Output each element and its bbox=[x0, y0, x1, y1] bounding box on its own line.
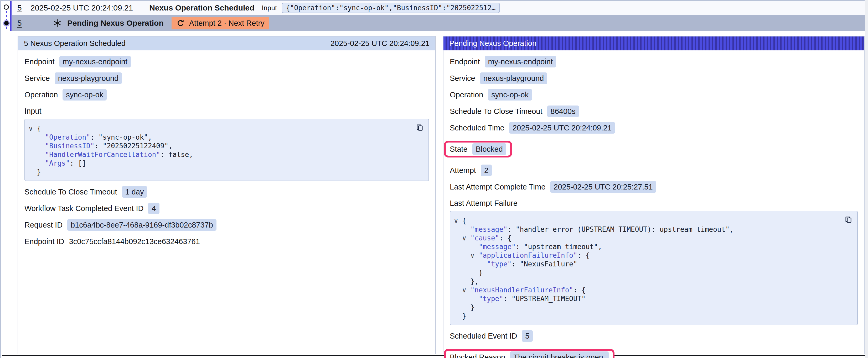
json-collapse-chevron[interactable] bbox=[29, 159, 45, 167]
json-collapse-chevron[interactable] bbox=[454, 225, 470, 233]
json-lines: ∨ { "Operation": "sync-op-ok", "Business… bbox=[29, 124, 412, 176]
blocked-reason-value-badge: The circuit breaker is open. bbox=[510, 352, 609, 358]
json-line[interactable]: } bbox=[454, 268, 840, 277]
pending-operation-panel: Pending Nexus Operation Endpoint my-nexu… bbox=[443, 36, 865, 354]
event-row-pending-nexus-operation[interactable]: 5 Pending Nexus Operation Attempt 2 · Ne… bbox=[12, 15, 865, 31]
json-collapse-chevron[interactable] bbox=[454, 295, 479, 303]
copy-icon[interactable] bbox=[415, 123, 424, 132]
json-line[interactable]: "HandlerWaitForCancellation": false, bbox=[29, 151, 412, 159]
field-value-badge: nexus-playground bbox=[55, 72, 122, 84]
json-line[interactable]: ∨ "nexusHandlerFailureInfo": { bbox=[454, 286, 840, 294]
field-scheduled-event-id: Scheduled Event ID 5 bbox=[450, 330, 858, 342]
scheduled-event-panel: 5 Nexus Operation Scheduled 2025-02-25 U… bbox=[18, 36, 436, 354]
json-line[interactable]: } bbox=[29, 168, 412, 176]
json-key: "nexusHandlerFailureInfo" bbox=[470, 286, 573, 294]
state-highlight-box: State Blocked bbox=[444, 141, 512, 158]
field-value-badge: 4 bbox=[148, 203, 159, 214]
failure-json-viewer: ∨ { "message": "handler error (UPSTREAM_… bbox=[450, 211, 858, 325]
json-line[interactable]: "message": "handler error (UPSTREAM_TIME… bbox=[454, 225, 840, 234]
field-operation: Operation sync-op-ok bbox=[450, 89, 858, 100]
json-line[interactable]: }, bbox=[454, 277, 840, 286]
timeline-dashed-connector bbox=[6, 27, 7, 31]
active-event-group-bar bbox=[10, 1, 11, 31]
json-key: "message" bbox=[470, 225, 507, 233]
json-line[interactable]: "BusinessID": "20250225122409", bbox=[29, 142, 412, 151]
json-line[interactable]: "Operation": "sync-op-ok", bbox=[29, 133, 412, 142]
panel-timestamp: 2025-02-25 UTC 20:24:09.21 bbox=[331, 39, 430, 48]
json-collapse-chevron[interactable]: ∨ bbox=[454, 252, 479, 259]
field-label: Operation bbox=[25, 91, 58, 99]
timeline-filled-circle-icon bbox=[4, 21, 9, 26]
json-collapse-chevron[interactable]: ∨ bbox=[454, 286, 470, 294]
json-line[interactable]: "Args": [] bbox=[29, 159, 412, 168]
event-history-rows: 5 2025-02-25 UTC 20:24:09.21 Nexus Opera… bbox=[1, 1, 865, 31]
json-collapse-chevron[interactable] bbox=[29, 142, 45, 150]
field-operation: Operation sync-op-ok bbox=[25, 89, 429, 100]
json-collapse-chevron[interactable] bbox=[454, 243, 479, 251]
json-line[interactable]: ∨ "cause": { bbox=[454, 234, 840, 242]
json-line[interactable]: } bbox=[454, 303, 840, 312]
json-value: } bbox=[479, 269, 483, 276]
event-timestamp: 2025-02-25 UTC 20:24:09.21 bbox=[30, 3, 133, 12]
field-label: Scheduled Event ID bbox=[450, 332, 517, 340]
event-details-section: 5 Nexus Operation Scheduled 2025-02-25 U… bbox=[1, 31, 865, 358]
json-line[interactable]: ∨ { bbox=[29, 124, 412, 133]
json-collapse-chevron[interactable] bbox=[454, 312, 462, 320]
json-collapse-chevron[interactable] bbox=[29, 151, 45, 159]
retry-icon bbox=[176, 19, 185, 28]
json-collapse-chevron[interactable] bbox=[454, 278, 470, 285]
event-id-link[interactable]: 5 bbox=[17, 3, 27, 12]
json-line[interactable]: "message": "upstream timeout", bbox=[454, 242, 840, 251]
vertical-scrollbar[interactable] bbox=[865, 0, 868, 358]
json-collapse-chevron[interactable]: ∨ bbox=[454, 217, 462, 225]
json-value: : false, bbox=[160, 151, 193, 159]
json-line[interactable]: "type": "UPSTREAM_TIMEOUT" bbox=[454, 294, 840, 303]
field-value-badge: my-nexus-endpoint bbox=[485, 56, 556, 67]
event-input-preview-chip[interactable]: {"Operation":"sync-op-ok","BusinessID":"… bbox=[282, 3, 500, 13]
field-label: Blocked Reason bbox=[450, 353, 505, 358]
panel-title: 5 Nexus Operation Scheduled bbox=[24, 39, 126, 48]
pending-asterisk-icon bbox=[53, 19, 62, 28]
json-collapse-chevron[interactable] bbox=[454, 260, 487, 268]
copy-icon[interactable] bbox=[844, 216, 852, 224]
field-value-badge: my-nexus-endpoint bbox=[59, 56, 131, 67]
json-line[interactable]: ∨ "applicationFailureInfo": { bbox=[454, 251, 840, 260]
json-value: : [] bbox=[70, 159, 87, 167]
json-key: "message" bbox=[479, 243, 516, 251]
field-last-attempt-complete-time: Last Attempt Complete Time 2025-02-25 UT… bbox=[450, 181, 858, 193]
pending-event-title: Pending Nexus Operation bbox=[67, 19, 164, 28]
json-collapse-chevron[interactable] bbox=[29, 168, 37, 176]
json-collapse-chevron[interactable] bbox=[454, 303, 470, 311]
json-line[interactable]: "type": "NexusFailure" bbox=[454, 260, 840, 268]
pending-operation-panel-body: Endpoint my-nexus-endpoint Service nexus… bbox=[443, 51, 864, 358]
field-label: Workflow Task Completed Event ID bbox=[25, 204, 144, 213]
json-value: : { bbox=[578, 252, 590, 259]
timeline-gutter bbox=[1, 1, 12, 31]
field-label: Service bbox=[25, 74, 50, 83]
field-schedule-to-close-timeout: Schedule To Close Timeout 1 day bbox=[25, 186, 429, 198]
json-key: "type" bbox=[479, 295, 503, 303]
json-line[interactable]: } bbox=[454, 312, 840, 321]
json-collapse-chevron[interactable]: ∨ bbox=[29, 125, 37, 133]
json-value: : { bbox=[573, 286, 586, 294]
json-line[interactable]: ∨ { bbox=[454, 217, 840, 225]
event-row-nexus-operation-scheduled[interactable]: 5 2025-02-25 UTC 20:24:09.21 Nexus Opera… bbox=[12, 1, 865, 15]
json-collapse-chevron[interactable] bbox=[454, 269, 479, 276]
json-collapse-chevron[interactable] bbox=[29, 133, 45, 141]
json-lines: ∨ { "message": "handler error (UPSTREAM_… bbox=[454, 217, 840, 321]
field-label: Service bbox=[450, 74, 475, 83]
state-value-badge: Blocked bbox=[472, 143, 506, 155]
endpoint-id-link[interactable]: 3c0c75ccfa8144b092c13ce632463761 bbox=[69, 236, 200, 247]
field-label: Endpoint bbox=[450, 58, 480, 66]
event-id-link[interactable]: 5 bbox=[17, 19, 27, 28]
field-value-badge: sync-op-ok bbox=[63, 89, 107, 100]
json-collapse-chevron[interactable]: ∨ bbox=[454, 234, 470, 242]
field-value-badge: sync-op-ok bbox=[488, 89, 532, 100]
field-label: Operation bbox=[450, 91, 483, 99]
json-value: : "handler error (UPSTREAM_TIMEOUT): ups… bbox=[507, 225, 734, 233]
blocked-reason-highlight-box: Blocked Reason The circuit breaker is op… bbox=[444, 349, 615, 358]
json-value: } bbox=[462, 312, 466, 320]
field-label: Request ID bbox=[25, 221, 63, 229]
field-value-badge: 1 day bbox=[122, 186, 147, 198]
event-title: Nexus Operation Scheduled bbox=[149, 3, 254, 12]
